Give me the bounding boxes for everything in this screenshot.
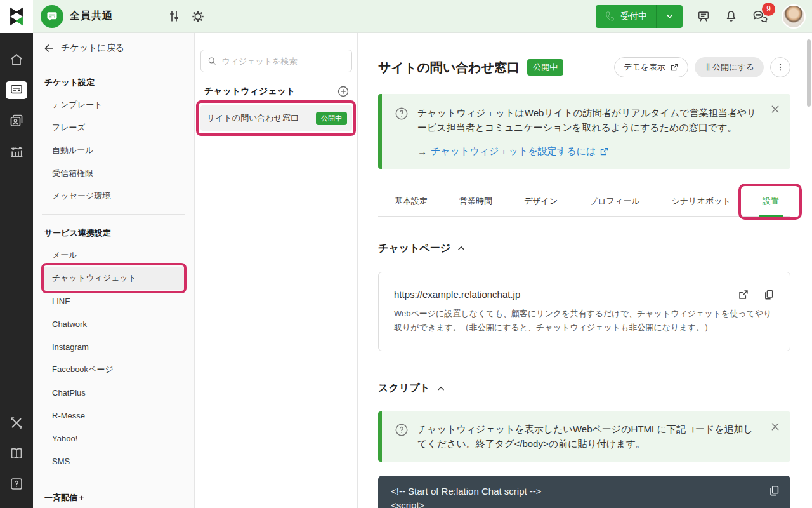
manual-book-icon[interactable]: [0, 438, 33, 469]
sidebar-section-ticket-settings: チケット設定: [43, 64, 184, 93]
sidebar-item-chat-widget[interactable]: チャットウィジェット: [43, 267, 184, 290]
chevron-down-icon: [665, 12, 674, 20]
sliders-icon[interactable]: [167, 10, 181, 23]
external-link-icon: [599, 147, 609, 156]
tab-profile[interactable]: プロフィール: [588, 189, 641, 216]
tab-business-hours[interactable]: 営業時間: [458, 189, 494, 216]
home-icon[interactable]: [0, 44, 33, 75]
tab-scenario-bot[interactable]: シナリオボット: [671, 189, 732, 216]
reception-status-button[interactable]: 受付中: [596, 5, 656, 28]
sidebar-item-yahoo[interactable]: Yahoo!: [43, 427, 184, 450]
copy-url-icon[interactable]: [763, 289, 775, 300]
sidebar-item-auto-rule[interactable]: 自動ルール: [43, 139, 184, 162]
sidebar-item-chatplus[interactable]: ChatPlus: [43, 381, 184, 404]
settings-tabs: 基本設定 営業時間 デザイン プロフィール シナリオボット 設置: [378, 189, 790, 217]
question-circle-icon: [395, 107, 409, 121]
widget-list-title: チャットウィジェット: [204, 86, 295, 97]
more-menu-button[interactable]: [770, 57, 790, 77]
question-circle-icon: [395, 423, 409, 437]
app-window: 全員共通: [0, 0, 812, 508]
widget-search[interactable]: [200, 50, 352, 72]
chat-page-heading: チャットページ: [378, 242, 790, 255]
chat-page-description: Webページに設置しなくても、顧客にリンクを共有するだけで、チャットウィジェット…: [394, 307, 775, 336]
relation-logo[interactable]: [0, 0, 33, 33]
sidebar-item-chatwork[interactable]: Chatwork: [43, 312, 184, 335]
contacts-icon[interactable]: [0, 105, 33, 136]
tab-installation[interactable]: 設置: [761, 189, 780, 216]
chat-page-card: https://example.relationchat.jp Webページに設…: [378, 272, 790, 352]
gear-icon[interactable]: [191, 10, 205, 23]
sidebar-section-broadcast[interactable]: 一斉配信＋: [43, 479, 184, 508]
sidebar-item-sms[interactable]: SMS: [43, 450, 184, 472]
main-content: サイトの問い合わせ窓口 公開中 デモを表示 非公開にする: [358, 33, 812, 508]
sidebar-item-instagram[interactable]: Instagram: [43, 335, 184, 358]
bell-icon[interactable]: [724, 10, 738, 23]
scrollbar-thumb[interactable]: [807, 39, 811, 107]
widget-list-item[interactable]: サイトの問い合わせ窓口 公開中: [200, 105, 352, 131]
info-banner-text: チャットウィジェットはWebサイトの訪問者がリアルタイムで営業担当者やサービス担…: [417, 105, 760, 135]
widget-item-label: サイトの問い合わせ窓口: [207, 112, 299, 124]
sidebar-item-rmesse[interactable]: R-Messe: [43, 404, 184, 427]
chat-page-url: https://example.relationchat.jp: [394, 289, 520, 300]
add-widget-icon[interactable]: [337, 85, 350, 98]
sidebar-item-facebook[interactable]: Facebookページ: [43, 358, 184, 381]
sidebar-item-line[interactable]: LINE: [43, 290, 184, 312]
collapse-caret-icon[interactable]: [457, 244, 466, 253]
sidebar-item-mail[interactable]: メール: [43, 244, 184, 267]
widget-list-panel: チャットウィジェット サイトの問い合わせ窓口 公開中: [195, 33, 358, 508]
tab-installation-label: 設置: [763, 196, 779, 206]
more-vertical-icon: [775, 62, 785, 72]
topbar-right-cluster: 受付中: [596, 4, 812, 29]
code-line-1: <!-- Start of Re:lation Chat script -->: [391, 485, 778, 498]
sidebar-section-service-integration: サービス連携設定: [43, 215, 184, 244]
relation-logo-icon: [6, 6, 27, 27]
reception-status-split-button[interactable]: 受付中: [596, 5, 683, 28]
unpublish-button[interactable]: 非公開にする: [695, 57, 764, 77]
top-bar: 全員共通: [0, 0, 812, 33]
page-title: サイトの問い合わせ窓口: [378, 59, 520, 76]
sidebar-item-message-env[interactable]: メッセージ環境: [43, 185, 184, 208]
workspace-title: 全員共通: [70, 10, 113, 23]
widget-info-banner: チャットウィジェットはWebサイトの訪問者がリアルタイムで営業担当者やサービス担…: [378, 94, 790, 169]
reception-status-caret[interactable]: [656, 5, 683, 28]
arrow-glyph: →: [417, 146, 427, 157]
chat-page-heading-label: チャットページ: [378, 242, 450, 255]
close-icon[interactable]: [770, 104, 780, 114]
help-icon[interactable]: [0, 469, 33, 499]
show-demo-label: デモを表示: [624, 62, 665, 73]
arrow-left-icon: [43, 43, 55, 54]
workspace-chat-icon: [41, 5, 63, 28]
board-icon[interactable]: [697, 10, 710, 23]
open-url-icon[interactable]: [738, 289, 749, 300]
close-icon[interactable]: [770, 422, 780, 432]
chat-notifications[interactable]: 9: [752, 9, 768, 24]
widget-item-status-badge: 公開中: [316, 112, 347, 125]
settings-sidebar: チケットに戻る チケット設定 テンプレート フレーズ 自動ルール 受信箱権限 メ…: [33, 33, 195, 508]
collapse-caret-icon[interactable]: [436, 384, 445, 393]
widget-list-header: チャットウィジェット: [204, 85, 350, 98]
tickets-icon[interactable]: [0, 75, 33, 105]
tab-design[interactable]: デザイン: [523, 189, 559, 216]
header-actions: デモを表示 非公開にする: [614, 57, 790, 77]
script-heading-label: スクリプト: [378, 382, 430, 395]
sidebar-item-phrase[interactable]: フレーズ: [43, 116, 184, 139]
page-header: サイトの問い合わせ窓口 公開中 デモを表示 非公開にする: [378, 57, 790, 77]
script-info-banner: チャットウィジェットを表示したいWebページのHTMLに下記コードを追加してくだ…: [378, 411, 790, 462]
user-avatar[interactable]: [782, 4, 806, 29]
widget-search-input[interactable]: [221, 57, 345, 66]
sidebar-item-label: チャットウィジェット: [52, 272, 136, 284]
sidebar-item-template[interactable]: テンプレート: [43, 93, 184, 116]
show-demo-button[interactable]: デモを表示: [614, 57, 688, 77]
icon-rail: [0, 33, 33, 508]
sidebar-item-inbox-permission[interactable]: 受信箱権限: [43, 162, 184, 185]
tools-icon[interactable]: [0, 408, 33, 438]
back-link-label: チケットに戻る: [61, 43, 124, 54]
tab-basic-settings[interactable]: 基本設定: [393, 189, 429, 216]
back-to-tickets-link[interactable]: チケットに戻る: [43, 33, 184, 64]
code-line-2: <script>: [391, 498, 778, 508]
copy-code-icon[interactable]: [768, 485, 780, 497]
setup-help-link-label: チャットウィジェットを設定するには: [431, 145, 596, 157]
reception-status-label: 受付中: [620, 11, 647, 22]
setup-help-link[interactable]: チャットウィジェットを設定するには: [431, 145, 609, 157]
analytics-icon[interactable]: [0, 136, 33, 166]
